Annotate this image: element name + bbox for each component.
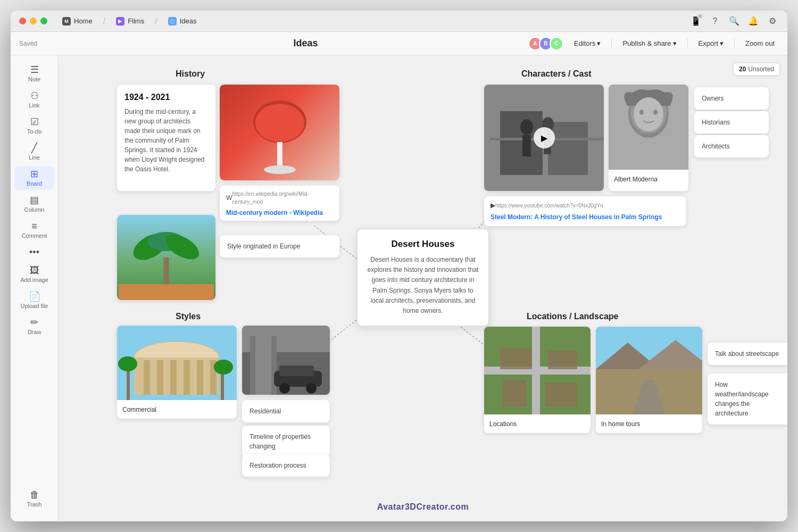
card-commercial[interactable]: Commercial — [117, 326, 237, 419]
toolbar-right: A B C Editors ▾ Publish & share ▾ Export… — [528, 37, 779, 51]
yt-url: https://www.youtube.com/watch?v=0NxJ0gYn — [495, 202, 603, 210]
timeline-text: Timeline of properties changing — [242, 426, 330, 458]
wiki-link-title[interactable]: Mid-century modern - Wikipedia — [226, 209, 323, 217]
in-home-label-area: In home tours — [596, 414, 702, 433]
svg-rect-36 — [127, 371, 130, 400]
card-streetscape[interactable]: Talk about streetscape — [708, 343, 787, 365]
sidebar-item-addimage[interactable]: 🖼 Add image — [14, 262, 54, 286]
yt-link-title[interactable]: Steel Modern: A History of Steel Houses … — [491, 213, 662, 221]
sidebar-item-trash[interactable]: 🗑 Trash — [14, 487, 54, 511]
svg-point-47 — [306, 383, 317, 394]
card-restoration[interactable]: Restoration process — [242, 454, 330, 477]
tab-sep-1: / — [103, 16, 105, 26]
svg-rect-31 — [157, 360, 163, 395]
trash-icon: 🗑 — [30, 490, 39, 500]
card-weather[interactable]: How weather/landscape changes the archit… — [708, 373, 787, 425]
mobile-icon[interactable]: 📱0 — [689, 15, 702, 28]
play-button[interactable]: ▶ — [534, 127, 555, 148]
youtube-icon: ▶ — [491, 201, 495, 210]
sidebar-item-more[interactable]: ••• — [14, 244, 54, 260]
sidebar-note-label: Note — [28, 76, 40, 82]
unsorted-badge[interactable]: 20 Unsorted — [733, 63, 780, 76]
svg-rect-18 — [522, 135, 531, 156]
card-style-origin[interactable]: Style originated in Europe — [220, 235, 339, 257]
minimize-button[interactable] — [30, 18, 37, 24]
center-card[interactable]: Desert Houses Desert Houses is a documen… — [356, 228, 489, 327]
card-timeline[interactable]: Timeline of properties changing — [242, 426, 330, 458]
svg-point-17 — [520, 119, 533, 135]
close-button[interactable] — [19, 18, 26, 24]
section-styles: Styles — [176, 312, 201, 321]
main-area: ☰ Note ⚇ Link ☑ To-do ╱ Line ⊞ Board ▤ C… — [11, 55, 787, 521]
card-wiki-link[interactable]: W https://en.wikipedia.org/wiki/Mid-cent… — [220, 186, 339, 221]
canvas: 20 Unsorted History 1924 - 2021 During t… — [59, 55, 787, 521]
card-residential[interactable]: Residential — [242, 400, 330, 422]
editor-avatars: A B C — [528, 37, 563, 51]
svg-rect-15 — [548, 122, 588, 175]
sidebar-item-todo[interactable]: ☑ To-do — [14, 114, 54, 138]
watermark: Avatar3DCreator.com — [377, 502, 469, 512]
line-icon: ╱ — [31, 143, 37, 153]
owners-label: Owners — [694, 87, 769, 110]
sidebar-trash-label: Trash — [27, 501, 42, 508]
note-icon: ☰ — [30, 65, 39, 74]
sidebar-item-column[interactable]: ▤ Column — [14, 192, 54, 216]
sidebar-item-board[interactable]: ⊞ Board — [14, 166, 54, 190]
card-architects[interactable]: Architects — [694, 135, 769, 157]
editors-label: Editors — [574, 39, 595, 47]
addimage-icon: 🖼 — [30, 265, 39, 275]
more-icon: ••• — [29, 247, 39, 257]
export-chevron-icon: ▾ — [720, 39, 724, 47]
card-history-text[interactable]: 1924 - 2021 During the mid-century, a ne… — [117, 85, 215, 191]
wikipedia-icon: W — [226, 193, 232, 203]
svg-rect-34 — [197, 360, 203, 395]
link-icon: ⚇ — [30, 91, 39, 101]
editors-button[interactable]: Editors ▾ — [570, 37, 605, 49]
tab-films[interactable]: ▶ Films — [110, 15, 151, 28]
card-video[interactable]: ▶ — [484, 85, 604, 191]
export-button[interactable]: Export ▾ — [694, 37, 728, 49]
center-card-body: Desert Houses is a documentary that expl… — [367, 255, 479, 316]
toolbar: Saved Ideas A B C Editors ▾ Publish & sh… — [11, 32, 787, 55]
card-aerial-map[interactable]: Locations — [484, 327, 591, 433]
sidebar-item-link[interactable]: ⚇ Link — [14, 88, 54, 112]
todo-icon: ☑ — [30, 117, 39, 127]
svg-rect-32 — [170, 360, 177, 395]
avatar-3: C — [550, 37, 563, 51]
card-youtube-link[interactable]: ▶ https://www.youtube.com/watch?v=0NxJ0g… — [484, 196, 686, 226]
card-bw-arch[interactable] — [242, 326, 330, 395]
page-title: Ideas — [83, 38, 528, 49]
card-history-chair[interactable] — [220, 85, 339, 180]
card-history-palmsprings[interactable] — [117, 215, 215, 300]
sidebar-item-comment[interactable]: ≡ Comment — [14, 218, 54, 242]
sidebar-draw-label: Draw — [28, 329, 41, 335]
notifications-icon[interactable]: 🔔 — [747, 15, 760, 28]
fullscreen-button[interactable] — [40, 18, 47, 24]
card-owners[interactable]: Owners — [694, 87, 769, 110]
zoom-label: Zoom out — [745, 39, 775, 47]
tab-home[interactable]: M Home — [56, 15, 99, 28]
sidebar-item-note[interactable]: ☰ Note — [14, 62, 54, 86]
help-icon[interactable]: ? — [709, 15, 721, 28]
publish-button[interactable]: Publish & share ▾ — [618, 37, 680, 49]
svg-rect-52 — [548, 351, 577, 369]
tab-ideas[interactable]: ◻ Ideas — [162, 15, 203, 28]
locations-img-label: Locations — [489, 420, 517, 428]
search-icon[interactable]: 🔍 — [728, 15, 741, 28]
sidebar-item-upload[interactable]: 📄 Upload file — [14, 288, 54, 312]
draw-icon: ✏ — [30, 318, 38, 327]
sidebar-item-draw[interactable]: ✏ Draw — [14, 314, 54, 338]
titlebar: M Home / ▶ Films / ◻ Ideas 📱0 ? 🔍 🔔 ⚙ — [11, 11, 787, 32]
card-historians[interactable]: Historians — [694, 111, 769, 134]
weather-text: How weather/landscape changes the archit… — [708, 373, 787, 425]
card-person[interactable]: Albert Moderna — [609, 85, 688, 191]
upload-icon: 📄 — [29, 292, 40, 301]
mobile-badge: 0 — [697, 14, 703, 19]
sidebar-item-line[interactable]: ╱ Line — [14, 140, 54, 164]
svg-rect-43 — [255, 336, 271, 395]
svg-point-37 — [118, 356, 137, 371]
settings-icon[interactable]: ⚙ — [766, 15, 779, 28]
app-window: M Home / ▶ Films / ◻ Ideas 📱0 ? 🔍 🔔 ⚙ — [11, 11, 787, 521]
card-desert-road[interactable]: In home tours — [596, 327, 702, 433]
zoom-button[interactable]: Zoom out — [741, 37, 779, 49]
